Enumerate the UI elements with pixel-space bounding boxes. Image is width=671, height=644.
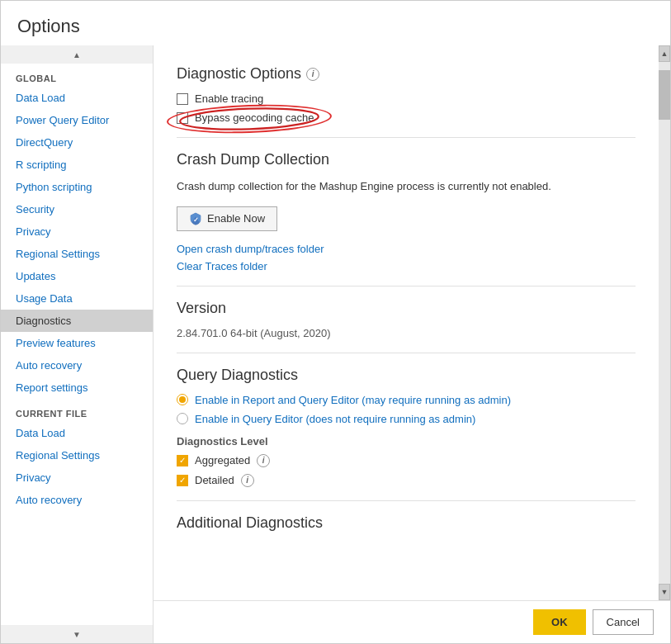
query-diagnostics-option2-row: Enable in Query Editor (does not require…	[177, 413, 636, 425]
diagnostics-level-label: Diagnostics Level	[177, 435, 636, 447]
enable-now-button[interactable]: ✓ Enable Now	[177, 206, 277, 231]
aggregated-checkbox[interactable]: ✓	[177, 455, 188, 466]
dialog-title: Options	[1, 1, 670, 45]
aggregated-row: ✓ Aggregated i	[177, 454, 636, 467]
query-diagnostics-radio2[interactable]	[177, 413, 188, 424]
dialog-footer: OK Cancel	[154, 600, 670, 643]
aggregated-info-icon[interactable]: i	[257, 454, 270, 467]
sidebar-item-cf-regional-settings[interactable]: Regional Settings	[1, 444, 153, 466]
aggregated-label: Aggregated	[195, 454, 250, 466]
bypass-geocoding-circled: Bypass geocoding cache	[177, 111, 314, 124]
cancel-button[interactable]: Cancel	[593, 609, 654, 635]
sidebar-scroll-down[interactable]: ▼	[1, 625, 153, 643]
bypass-geocoding-row: Bypass geocoding cache	[177, 111, 636, 124]
sidebar-item-privacy[interactable]: Privacy	[1, 220, 153, 243]
sidebar-item-r-scripting[interactable]: R scripting	[1, 154, 153, 176]
enable-tracing-row: Enable tracing	[177, 92, 636, 105]
enable-tracing-label: Enable tracing	[195, 92, 263, 105]
sidebar-item-cf-data-load[interactable]: Data Load	[1, 422, 153, 444]
diagnostic-options-info-icon[interactable]: i	[306, 68, 319, 81]
detailed-row: ✓ Detailed i	[177, 474, 636, 487]
crash-dump-title: Crash Dump Collection	[177, 151, 636, 168]
sidebar-item-python-scripting[interactable]: Python scripting	[1, 176, 153, 198]
shield-icon: ✓	[189, 212, 202, 225]
sidebar-item-power-query-editor[interactable]: Power Query Editor	[1, 109, 153, 131]
sidebar-item-directquery[interactable]: DirectQuery	[1, 131, 153, 154]
scroll-thumb[interactable]	[659, 70, 670, 120]
main-scroll-area: Diagnostic Options i Enable tracing Bypa…	[154, 45, 670, 600]
query-diagnostics-option1-row: Enable in Report and Query Editor (may r…	[177, 394, 636, 406]
main-content: Diagnostic Options i Enable tracing Bypa…	[154, 45, 670, 643]
main-scrollbar: ▲ ▼	[659, 45, 670, 600]
query-diagnostics-radio1[interactable]	[177, 394, 188, 405]
sidebar-item-preview-features[interactable]: Preview features	[1, 332, 153, 354]
sidebar-item-diagnostics[interactable]: Diagnostics	[1, 310, 153, 332]
detailed-checkbox[interactable]: ✓	[177, 475, 188, 486]
svg-text:✓: ✓	[193, 216, 199, 224]
sidebar-item-auto-recovery[interactable]: Auto recovery	[1, 354, 153, 376]
sidebar-item-updates[interactable]: Updates	[1, 265, 153, 287]
scroll-track	[659, 62, 670, 584]
divider-2	[177, 286, 636, 286]
sidebar-scroll-area: GLOBAL Data Load Power Query Editor Dire…	[1, 64, 153, 625]
sidebar-scroll-up[interactable]: ▲	[1, 45, 153, 64]
scroll-arrow-down[interactable]: ▼	[659, 584, 670, 600]
query-diagnostics-option2-label: Enable in Query Editor (does not require…	[195, 413, 475, 425]
enable-now-label: Enable Now	[207, 212, 265, 225]
sidebar-item-security[interactable]: Security	[1, 198, 153, 220]
sidebar-item-cf-auto-recovery[interactable]: Auto recovery	[1, 489, 153, 511]
crash-dump-description: Crash dump collection for the Mashup Eng…	[177, 178, 636, 195]
scroll-arrow-up[interactable]: ▲	[659, 45, 670, 62]
detailed-label: Detailed	[195, 474, 234, 486]
query-diagnostics-title: Query Diagnostics	[177, 367, 636, 384]
sidebar-item-regional-settings[interactable]: Regional Settings	[1, 243, 153, 265]
bypass-geocoding-label: Bypass geocoding cache	[195, 111, 314, 124]
sidebar: ▲ GLOBAL Data Load Power Query Editor Di…	[1, 45, 154, 643]
sidebar-item-report-settings[interactable]: Report settings	[1, 376, 153, 399]
sidebar-item-cf-privacy[interactable]: Privacy	[1, 466, 153, 489]
open-crash-dump-folder-link[interactable]: Open crash dump/traces folder	[177, 243, 636, 255]
options-dialog: Options ▲ GLOBAL Data Load Power Query E…	[0, 0, 671, 644]
divider-3	[177, 353, 636, 353]
sidebar-item-usage-data[interactable]: Usage Data	[1, 287, 153, 310]
additional-diagnostics-title: Additional Diagnostics	[177, 514, 636, 532]
dialog-body: ▲ GLOBAL Data Load Power Query Editor Di…	[1, 45, 670, 643]
main-inner: Diagnostic Options i Enable tracing Bypa…	[154, 45, 659, 600]
detailed-info-icon[interactable]: i	[241, 474, 254, 487]
divider-1	[177, 137, 636, 138]
bypass-geocoding-checkbox[interactable]	[177, 112, 188, 124]
query-diagnostics-option1-label: Enable in Report and Query Editor (may r…	[195, 394, 511, 406]
clear-traces-folder-link[interactable]: Clear Traces folder	[177, 260, 636, 272]
global-section-label: GLOBAL	[1, 64, 153, 87]
diagnostic-options-title: Diagnostic Options i	[177, 65, 636, 83]
version-value: 2.84.701.0 64-bit (August, 2020)	[177, 327, 636, 339]
sidebar-item-data-load[interactable]: Data Load	[1, 87, 153, 109]
enable-tracing-checkbox[interactable]	[177, 93, 188, 105]
current-file-section-label: CURRENT FILE	[1, 399, 153, 422]
ok-button[interactable]: OK	[533, 609, 586, 635]
version-title: Version	[177, 300, 636, 317]
divider-4	[177, 500, 636, 501]
